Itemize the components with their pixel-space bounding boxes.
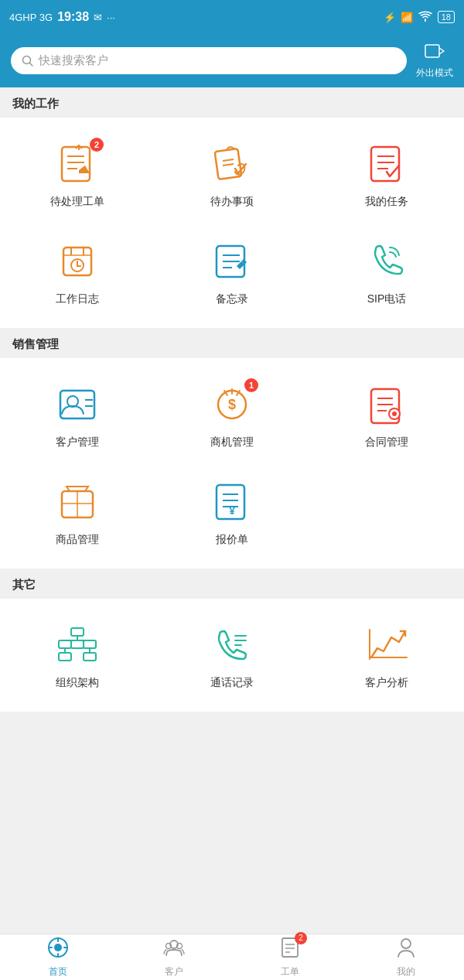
quotation-icon: ¥ xyxy=(210,480,254,524)
svg-rect-2 xyxy=(425,45,439,57)
my-work-grid: 2 待处理工单 待办事项 xyxy=(0,118,464,328)
customer-mgmt-icon-wrapper xyxy=(54,381,101,428)
memo-label: 备忘录 xyxy=(216,292,248,306)
call-records-item[interactable]: 通话记录 xyxy=(155,606,309,704)
pending-tasks-item[interactable]: 待办事项 xyxy=(155,125,309,223)
workorder-icon: 2 xyxy=(279,937,301,963)
contract-mgmt-icon xyxy=(365,383,408,426)
nav-home[interactable]: 首页 xyxy=(0,934,116,980)
customer-analysis-icon-wrapper xyxy=(363,622,410,668)
quotation-item[interactable]: ¥ 报价单 xyxy=(155,463,309,561)
carrier-text: 4GHP 3G xyxy=(9,12,53,23)
quotation-icon-wrapper: ¥ xyxy=(209,479,255,525)
customer-icon xyxy=(163,937,185,963)
svg-text:$: $ xyxy=(228,397,236,412)
pending-orders-icon-wrapper: 2 xyxy=(54,141,101,187)
org-structure-icon-wrapper xyxy=(54,622,101,668)
quotation-label: 报价单 xyxy=(216,533,248,547)
my-tasks-item[interactable]: 我的任务 xyxy=(309,125,464,223)
outside-mode-button[interactable]: 外出模式 xyxy=(416,42,453,80)
svg-rect-54 xyxy=(84,653,96,661)
work-diary-icon xyxy=(56,240,99,283)
customer-mgmt-item[interactable]: 客户管理 xyxy=(0,366,155,463)
svg-rect-11 xyxy=(371,147,399,181)
svg-line-10 xyxy=(223,164,234,166)
search-icon xyxy=(22,55,34,67)
opportunity-mgmt-item[interactable]: $ 1 商机管理 xyxy=(155,366,309,463)
search-placeholder: 快速搜索客户 xyxy=(39,53,108,68)
work-diary-item[interactable]: 工作日志 xyxy=(0,223,155,320)
contract-mgmt-icon-wrapper xyxy=(363,381,410,428)
svg-rect-50 xyxy=(84,640,96,648)
svg-point-25 xyxy=(67,396,78,407)
status-right: ⚡ 📶 18 xyxy=(384,10,455,25)
nav-customer-label: 客户 xyxy=(165,965,183,978)
customer-analysis-icon xyxy=(365,623,408,667)
section-header-other: 其它 xyxy=(0,569,464,599)
other-grid: 组织架构 通话记录 xyxy=(0,599,464,712)
svg-point-73 xyxy=(401,939,411,948)
opportunity-mgmt-label: 商机管理 xyxy=(210,435,254,449)
product-mgmt-icon xyxy=(56,480,99,524)
product-mgmt-item[interactable]: 商品管理 xyxy=(0,463,155,561)
pending-orders-item[interactable]: 2 待处理工单 xyxy=(0,125,155,223)
bottom-nav: 首页 客户 2 工单 xyxy=(0,934,464,980)
outside-mode-label: 外出模式 xyxy=(416,67,453,80)
search-bar: 快速搜索客户 外出模式 xyxy=(0,34,464,87)
work-diary-icon-wrapper xyxy=(54,238,101,285)
opportunity-mgmt-icon-wrapper: $ 1 xyxy=(209,381,255,428)
status-bar: 4GHP 3G 19:38 ✉ ··· ⚡ 📶 18 xyxy=(0,0,464,34)
section-header-sales: 销售管理 xyxy=(0,328,464,358)
svg-text:¥: ¥ xyxy=(229,505,235,517)
home-icon xyxy=(47,937,69,963)
section-header-my-work: 我的工作 xyxy=(0,87,464,118)
contract-mgmt-item[interactable]: 合同管理 xyxy=(309,366,464,463)
customer-mgmt-icon xyxy=(56,383,99,426)
svg-line-1 xyxy=(30,63,33,66)
sip-phone-icon xyxy=(365,240,408,283)
nav-mine-label: 我的 xyxy=(397,965,415,978)
time-text: 19:38 xyxy=(57,10,89,24)
customer-analysis-item[interactable]: 客户分析 xyxy=(309,606,464,704)
mine-icon xyxy=(395,937,417,963)
svg-rect-3 xyxy=(62,147,90,181)
memo-icon xyxy=(210,240,254,283)
svg-line-9 xyxy=(223,159,234,161)
nav-workorder-label: 工单 xyxy=(281,965,299,978)
nav-customer[interactable]: 客户 xyxy=(116,934,232,980)
pending-orders-badge: 2 xyxy=(90,138,104,152)
work-diary-label: 工作日志 xyxy=(56,292,99,306)
sales-grid: 客户管理 $ 1 商机管理 xyxy=(0,358,464,569)
memo-item[interactable]: 备忘录 xyxy=(155,223,309,320)
my-tasks-label: 我的任务 xyxy=(365,195,408,209)
org-structure-icon xyxy=(56,623,99,667)
nav-mine[interactable]: 我的 xyxy=(348,934,464,980)
search-input-container[interactable]: 快速搜索客户 xyxy=(11,47,407,74)
dots-icon: ··· xyxy=(107,12,115,23)
outside-mode-icon xyxy=(424,42,445,65)
my-tasks-icon xyxy=(365,142,408,186)
product-mgmt-label: 商品管理 xyxy=(56,533,99,547)
svg-rect-49 xyxy=(71,640,84,648)
nav-home-label: 首页 xyxy=(49,965,67,978)
bluetooth-icon: ⚡ xyxy=(384,12,396,23)
status-left: 4GHP 3G 19:38 ✉ ··· xyxy=(9,10,115,24)
pending-tasks-label: 待办事项 xyxy=(210,195,254,209)
nav-workorder[interactable]: 2 工单 xyxy=(232,934,348,980)
sip-phone-item[interactable]: SIP电话 xyxy=(309,223,464,320)
signal-icon: 📶 xyxy=(401,12,413,23)
sip-phone-label: SIP电话 xyxy=(367,292,407,306)
call-records-label: 通话记录 xyxy=(210,676,254,690)
other-icon-grid: 组织架构 通话记录 xyxy=(0,606,464,704)
pending-orders-label: 待处理工单 xyxy=(50,195,104,209)
svg-rect-48 xyxy=(59,640,71,648)
email-icon: ✉ xyxy=(94,12,102,23)
org-structure-item[interactable]: 组织架构 xyxy=(0,606,155,704)
pending-tasks-icon-wrapper xyxy=(209,141,255,187)
svg-rect-45 xyxy=(71,628,84,636)
svg-point-61 xyxy=(54,944,62,951)
svg-rect-53 xyxy=(59,653,71,661)
main-content: 我的工作 2 待处理工单 xyxy=(0,87,464,980)
my-tasks-icon-wrapper xyxy=(363,141,410,187)
memo-icon-wrapper xyxy=(209,238,255,285)
